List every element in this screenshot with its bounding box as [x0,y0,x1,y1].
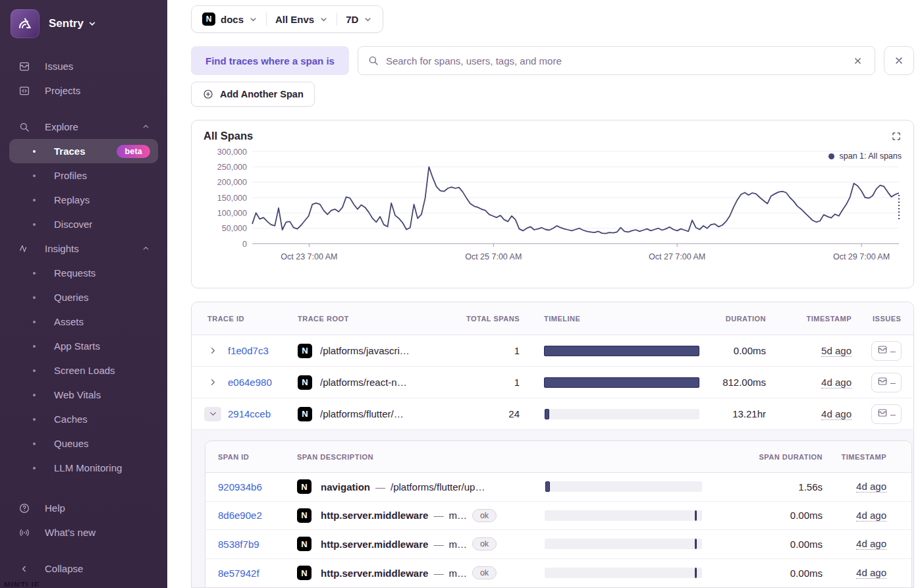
timestamp-value: 4d ago [766,377,852,388]
row-expander[interactable] [202,377,223,387]
span-search-input[interactable] [386,55,844,67]
span-id-link[interactable]: 920934b6 [218,481,285,493]
timeline-bar [695,539,697,549]
chevron-down-icon [364,15,372,24]
sidebar-item-what-s-new[interactable]: What's new [9,520,158,545]
nextjs-icon: N [298,407,312,421]
span-timestamp-value: 4d ago [823,567,886,579]
timestamp-text[interactable]: 5d ago [821,345,852,357]
trace-root: /platforms/react-n… [320,377,460,388]
trace-id-link[interactable]: f1e0d7c3 [228,345,292,356]
issues-button[interactable]: – [871,404,902,424]
sidebar-item-discover[interactable]: Discover [9,212,158,236]
sidebar-item-queues[interactable]: Queues [9,431,158,456]
sidebar-item-assets[interactable]: Assets [9,309,158,334]
sidebar-collapse[interactable]: Collapse [9,556,158,581]
sidebar-item-queries[interactable]: Queries [9,285,158,309]
sidebar-item-projects[interactable]: Projects [9,78,158,103]
span-id-link[interactable]: 8d6e90e2 [218,510,285,521]
table-row: e064e980N/platforms/react-n…1812.00ms4d … [192,367,913,398]
timestamp-text[interactable]: 4d ago [856,510,886,521]
legend-dot-icon [828,153,834,159]
timestamp-text[interactable]: 4d ago [856,538,886,550]
nextjs-icon: N [298,375,312,390]
duration-value: 812.00ms [699,377,766,388]
sidebar-item-issues[interactable]: Issues [9,54,158,78]
sidebar-item-profiles[interactable]: Profiles [9,163,158,188]
span-description: http.server.middleware—m…ok [321,509,545,522]
trace-id-link[interactable]: 2914cceb [228,408,292,419]
bullet-icon [33,199,36,201]
period-label: 7D [346,14,358,25]
sidebar-item-caches[interactable]: Caches [9,407,158,431]
insights-icon [18,243,30,255]
status-badge: ok [472,509,497,522]
dash-separator: — [375,481,385,493]
bullet-icon [33,418,36,421]
sidebar-item-label: Help [45,502,65,514]
timestamp-text[interactable]: 4d ago [856,481,886,493]
duration-value: 13.21hr [699,408,766,419]
timeline-cell [545,481,702,492]
sidebar-item-llm-monitoring[interactable]: LLM Monitoring [9,456,158,480]
span-id-link[interactable]: 8e57942f [218,568,285,579]
sidebar-item-replays[interactable]: Replays [9,188,158,212]
environment-selector[interactable]: All Envs [275,14,328,25]
trace-root: /platforms/javascri… [320,345,460,356]
span-id-link[interactable]: 8538f7b9 [218,539,285,550]
sidebar-item-screen-loads[interactable]: Screen Loads [9,358,158,383]
project-label: docs [221,14,244,25]
sidebar-item-label: Discover [54,219,92,230]
sidebar-item-explore[interactable]: Explore [9,115,158,139]
projects-icon [18,85,30,97]
beta-badge: beta [117,145,150,158]
trace-id-link[interactable]: e064e980 [228,377,292,388]
help-icon [18,502,30,514]
sidebar-item-label: Projects [45,85,80,96]
sidebar-item-web-vitals[interactable]: Web Vitals [9,383,158,407]
issues-button[interactable]: – [871,373,902,392]
span-row: 8d6e90e2Nhttp.server.middleware—m…ok0.00… [205,502,911,531]
clear-search-icon[interactable] [850,53,865,68]
sidebar-item-insights[interactable]: Insights [9,236,158,261]
span-description-text: /platforms/flutter/up… [391,481,485,493]
brand-row[interactable]: Sentry [0,9,167,38]
bullet-icon [33,296,36,299]
all-spans-chart-panel: All Spans span 1: All spans 050,000100,0… [191,120,914,288]
span-description-text: m… [448,539,467,550]
timestamp-text[interactable]: 4d ago [821,408,852,420]
sidebar-item-app-starts[interactable]: App Starts [9,334,158,358]
col-timestamp: TIMESTAMP [766,315,852,323]
timeline-cell [545,539,702,549]
issues-count: – [890,346,896,356]
timestamp-text[interactable]: 4d ago [856,567,886,579]
sidebar-item-label: Queues [54,438,89,449]
project-selector[interactable]: N docs [202,13,258,26]
issues-button[interactable]: – [871,341,902,361]
bullet-icon [33,467,36,469]
svg-text:0: 0 [242,240,247,249]
date-range-selector[interactable]: 7D [346,14,372,25]
timestamp-text[interactable]: 4d ago [821,377,852,388]
sidebar-item-label: Web Vitals [54,389,101,400]
add-another-span-button[interactable]: Add Another Span [191,82,315,107]
row-expander[interactable] [202,407,223,421]
sidebar-item-requests[interactable]: Requests [9,261,158,285]
timeline-cell [544,346,699,356]
span-op: http.server.middleware [321,510,428,521]
expand-chart-button[interactable] [891,131,902,142]
bullet-icon [33,321,36,323]
remove-span-button[interactable] [884,46,914,75]
sidebar-item-label: Requests [54,267,95,279]
expanded-span-section: SPAN IDSPAN DESCRIPTIONSPAN DURATIONTIME… [192,430,913,588]
timeline-track [545,481,702,492]
row-expander[interactable] [202,346,223,356]
col-span-id: SPAN ID [218,453,285,461]
col-total-spans: TOTAL SPANS [460,315,520,323]
sidebar-item-help[interactable]: Help [9,496,158,520]
timeline-cell [544,409,699,419]
col-span-timestamp: TIMESTAMP [823,453,886,461]
sidebar-item-traces[interactable]: Tracesbeta [9,139,158,163]
chart-legend[interactable]: span 1: All spans [828,151,902,161]
org-switcher[interactable]: Sentry [49,17,96,30]
